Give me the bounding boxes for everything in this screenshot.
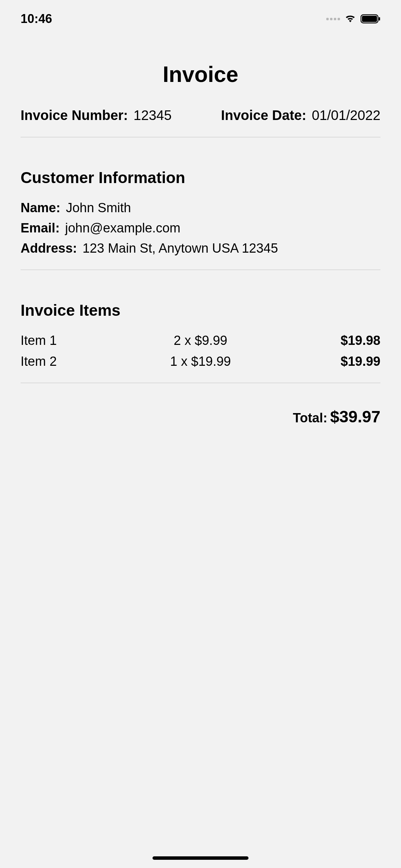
invoice-date-group: Invoice Date: 01/01/2022 <box>221 108 380 123</box>
divider <box>21 269 380 270</box>
item-name: Item 2 <box>21 354 141 369</box>
item-name: Item 1 <box>21 333 141 348</box>
status-bar: 10:46 <box>0 0 401 34</box>
item-qty-price: 2 x $9.99 <box>141 333 260 348</box>
items-container: Item 1 2 x $9.99 $19.98 Item 2 1 x $19.9… <box>21 333 380 369</box>
invoice-number-value: 12345 <box>133 108 171 123</box>
cellular-signal-icon <box>326 18 340 20</box>
page-title: Invoice <box>21 62 380 87</box>
invoice-meta: Invoice Number: 12345 Invoice Date: 01/0… <box>21 108 380 123</box>
invoice-number-label: Invoice Number: <box>21 108 128 123</box>
total-row: Total: $39.97 <box>21 407 380 426</box>
customer-address-label: Address: <box>21 241 77 256</box>
item-total: $19.98 <box>260 333 380 348</box>
total-value: $39.97 <box>330 407 380 426</box>
customer-name-label: Name: <box>21 201 60 215</box>
item-total: $19.99 <box>260 354 380 369</box>
divider <box>21 383 380 383</box>
wifi-icon <box>344 14 356 24</box>
item-row: Item 2 1 x $19.99 $19.99 <box>21 354 380 369</box>
divider <box>21 137 380 137</box>
customer-section-title: Customer Information <box>21 168 380 187</box>
customer-email-row: Email: john@example.com <box>21 221 380 236</box>
customer-name-row: Name: John Smith <box>21 201 380 215</box>
svg-rect-1 <box>362 16 377 22</box>
items-section: Invoice Items Item 1 2 x $9.99 $19.98 It… <box>21 301 380 383</box>
svg-rect-2 <box>379 17 380 21</box>
item-row: Item 1 2 x $9.99 $19.98 <box>21 333 380 348</box>
items-section-title: Invoice Items <box>21 301 380 320</box>
invoice-number-group: Invoice Number: 12345 <box>21 108 172 123</box>
item-qty-price: 1 x $19.99 <box>141 354 260 369</box>
customer-address-row: Address: 123 Main St, Anytown USA 12345 <box>21 241 380 256</box>
invoice-date-label: Invoice Date: <box>221 108 306 123</box>
customer-address-value: 123 Main St, Anytown USA 12345 <box>83 241 278 256</box>
customer-email-label: Email: <box>21 221 60 236</box>
status-icons <box>326 14 380 24</box>
invoice-date-value: 01/01/2022 <box>312 108 380 123</box>
invoice-content: Invoice Invoice Number: 12345 Invoice Da… <box>0 34 401 426</box>
status-time: 10:46 <box>21 12 52 26</box>
customer-section: Customer Information Name: John Smith Em… <box>21 168 380 270</box>
customer-name-value: John Smith <box>66 201 131 215</box>
total-label: Total: <box>293 411 328 425</box>
home-indicator[interactable] <box>153 856 248 860</box>
battery-icon <box>361 14 380 24</box>
customer-email-value: john@example.com <box>65 221 180 236</box>
